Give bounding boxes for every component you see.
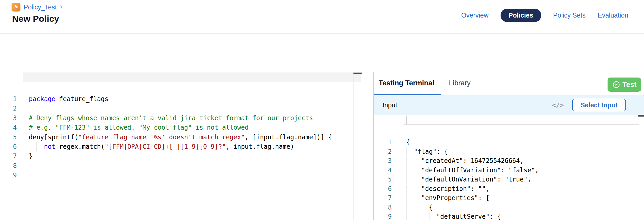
line-number: 6 [0, 142, 17, 151]
line-number: 7 [0, 151, 17, 161]
nav-tab-evaluation[interactable]: Evaluation [598, 12, 628, 19]
json-line: 8 { [374, 203, 644, 212]
tab-library[interactable]: Library [449, 72, 471, 94]
play-circle-icon [612, 81, 620, 89]
indent-guide [414, 212, 414, 220]
line-number: 1 [374, 138, 392, 147]
json-line-content: "createdAt": 1647255426664, [392, 156, 524, 166]
editor-scroll-track [353, 72, 354, 220]
code-line: 8 [0, 161, 373, 170]
indent-guide [422, 203, 422, 212]
line-number: 9 [0, 170, 17, 180]
chevron-right-icon: › [60, 3, 62, 10]
line-number: 2 [374, 147, 392, 157]
code-line-content: package feature_flags [17, 94, 108, 104]
indent-guide [406, 203, 407, 212]
json-line: 7 "envProperties": [ [374, 194, 644, 203]
text-cursor [406, 116, 406, 124]
indent-guide [406, 166, 407, 175]
nav-tab-policy-sets[interactable]: Policy Sets [553, 12, 586, 19]
line-number: 5 [0, 133, 17, 142]
indent-guide [429, 212, 430, 220]
indent-guide [414, 166, 414, 175]
top-nav: OverviewPoliciesPolicy SetsEvaluation [461, 9, 628, 22]
indent-guide [29, 142, 29, 151]
line-number: 5 [374, 175, 392, 184]
test-button[interactable]: Test [608, 78, 641, 92]
indent-guide [406, 212, 407, 220]
line-number: 8 [374, 203, 392, 212]
line-number: 1 [0, 94, 17, 104]
page-title: New Policy [12, 14, 59, 24]
code-line-content: } [17, 151, 33, 161]
json-line-content: { [392, 138, 410, 147]
json-line: 3 "createdAt": 1647255426664, [374, 156, 644, 166]
nav-tab-overview[interactable]: Overview [461, 12, 489, 19]
indent-guide [414, 185, 414, 194]
code-line: 6 not regex.match("[FFM|OPA|CI|CD]+[-][1… [0, 142, 373, 151]
line-number: 3 [374, 156, 392, 166]
code-line: 7} [0, 151, 373, 161]
rego-code-editor[interactable]: 1package feature_flags23# Deny flags who… [0, 72, 373, 220]
json-line: 1{ [374, 138, 644, 147]
code-view-icon[interactable]: </> [552, 95, 564, 115]
code-line: 9 [0, 170, 373, 180]
indent-guide [414, 157, 414, 166]
code-line: 5deny[sprintf("feature flag name '%s' do… [0, 133, 373, 142]
nav-tab-policies[interactable]: Policies [501, 9, 541, 22]
code-line: 1package feature_flags [0, 94, 373, 104]
current-line-highlight [23, 73, 361, 82]
line-number: 2 [0, 104, 17, 113]
testing-panel: Testing Terminal Library Test Input </> … [374, 72, 644, 220]
code-line-content: not regex.match("[FFM|OPA|CI|CD]+[-][1-9… [17, 142, 294, 151]
code-line: 3# Deny flags whose names aren't a valid… [0, 113, 373, 123]
input-section-header: Input </> Select Input [374, 95, 644, 115]
code-line-content [17, 170, 29, 180]
json-line: 9 "defaultServe": { [374, 212, 644, 220]
select-input-button[interactable]: Select Input [572, 99, 626, 111]
indent-guide [406, 194, 407, 203]
code-line: 2 [0, 104, 373, 113]
indent-guide [406, 157, 407, 166]
line-number: 8 [0, 161, 17, 170]
page-header: ⚑ Policy_Test › New Policy OverviewPolic… [0, 0, 644, 34]
breadcrumb: ⚑ Policy_Test › [12, 3, 62, 12]
json-line-content: "defaultOnVariation": "true", [392, 175, 531, 184]
line-number: 7 [374, 194, 392, 203]
json-line-content: { [392, 203, 433, 212]
indent-guide [414, 203, 414, 212]
indent-guide [36, 142, 37, 151]
editor-scrollbar-thumb[interactable] [638, 115, 644, 117]
line-number: 4 [374, 166, 392, 175]
input-json-editor[interactable]: 1{2 "flag": {3 "createdAt": 164725542666… [374, 115, 644, 220]
testing-tabs-row: Testing Terminal Library Test [374, 72, 644, 95]
json-line: 4 "defaultOffVariation": "false", [374, 166, 644, 175]
line-number: 4 [0, 123, 17, 132]
json-line: 5 "defaultOnVariation": "true", [374, 175, 644, 184]
feature-flags-module-icon: ⚑ [12, 3, 20, 12]
code-line-content [17, 104, 29, 113]
indent-guide [406, 185, 407, 194]
code-line-content: # Deny flags whose names aren't a valid … [17, 113, 313, 123]
code-line-content: deny[sprintf("feature flag name '%s' doe… [17, 133, 332, 142]
breadcrumb-project-link[interactable]: Policy_Test [24, 3, 57, 11]
editor-scrollbar-thumb[interactable] [353, 73, 362, 74]
indent-guide [406, 175, 407, 184]
editor-scroll-track [639, 115, 639, 220]
indent-guide [414, 175, 414, 184]
indent-guide [414, 194, 414, 203]
input-label: Input [383, 95, 397, 115]
indent-guide [406, 147, 407, 156]
code-line-content [17, 161, 29, 170]
indent-guide [422, 212, 422, 220]
policy-editor-page: ⚑ Policy_Test › New Policy OverviewPolic… [0, 0, 644, 220]
tab-testing-terminal[interactable]: Testing Terminal [379, 72, 434, 94]
line-number: 6 [374, 184, 392, 194]
json-line-content: "defaultServe": { [392, 212, 501, 220]
json-line: 2 "flag": { [374, 147, 644, 157]
code-line-content: # e.g. "FFM-123" is allowed. "My cool fl… [17, 123, 249, 132]
policy-toolbar: First_policy Save Discard [0, 34, 644, 72]
json-line-content: "flag": { [392, 147, 448, 157]
current-line-highlight [404, 116, 639, 125]
json-line: 6 "description": "", [374, 184, 644, 194]
